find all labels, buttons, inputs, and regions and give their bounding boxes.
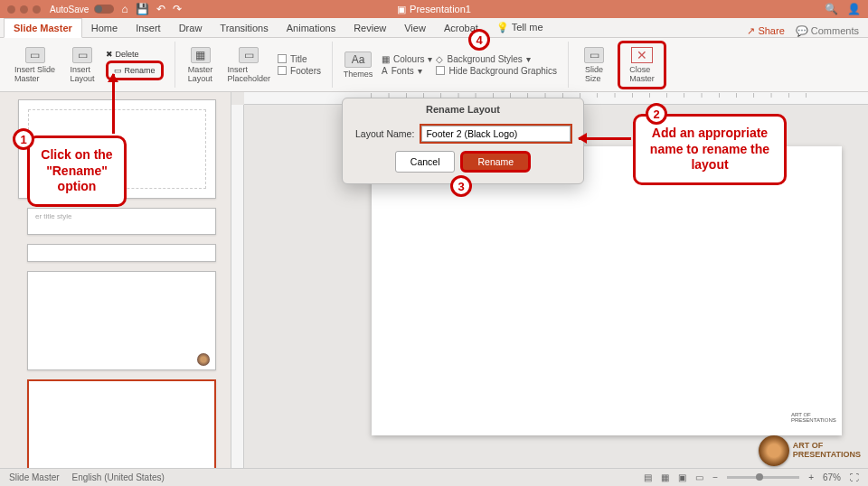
slide-size-button[interactable]: ▭Slide Size (574, 45, 614, 85)
annotation-callout-1: Click on the "Rename" option (27, 136, 127, 207)
zoom-out-icon[interactable]: − (712, 472, 718, 482)
undo-icon[interactable]: ↶ (156, 3, 165, 15)
view-reading-icon[interactable]: ▭ (695, 472, 703, 482)
layout-name-label: Layout Name: (355, 128, 414, 139)
slide-logo: ART OF PRESENTATIONS (789, 408, 829, 426)
autosave-label: AutoSave (50, 5, 89, 14)
insert-slide-master-button[interactable]: ▭Insert Slide Master (11, 45, 59, 85)
layout-name-input[interactable] (421, 126, 571, 142)
slide-canvas[interactable]: ART OF PRESENTATIONS (372, 146, 842, 435)
tab-draw[interactable]: Draw (170, 19, 212, 37)
zoom-level[interactable]: 67% (823, 472, 841, 482)
close-master-button[interactable]: ✕Close Master (622, 45, 662, 85)
dialog-title: Rename Layout (343, 98, 583, 117)
rename-confirm-button[interactable]: Rename (460, 151, 531, 173)
notes-button[interactable]: ▤ (644, 472, 652, 482)
ribbon: ▭Insert Slide Master ▭Insert Layout ✖ De… (0, 38, 868, 92)
title-bar: AutoSave ⌂ 💾 ↶ ↷ ▣ Presentation1 🔍 👤 (0, 0, 868, 18)
insert-layout-button[interactable]: ▭Insert Layout (62, 45, 102, 85)
tab-review[interactable]: Review (344, 19, 395, 37)
status-mode: Slide Master (9, 472, 60, 482)
annotation-badge-1: 1 (13, 128, 34, 150)
zoom-slider[interactable] (727, 476, 799, 479)
cancel-button[interactable]: Cancel (395, 151, 456, 173)
colours-dropdown[interactable]: ▦ Colours ▾ (382, 54, 432, 64)
vertical-ruler (231, 105, 244, 481)
annotation-arrow-2 (579, 137, 631, 140)
ribbon-tabs: Slide Master Home Insert Draw Transition… (0, 18, 868, 38)
redo-icon[interactable]: ↷ (173, 3, 182, 15)
app-icon: ▣ (397, 4, 406, 15)
thumbnail-layout-2[interactable] (27, 244, 216, 262)
tab-transitions[interactable]: Transitions (211, 19, 277, 37)
annotation-arrow-1 (112, 74, 115, 134)
tab-animations[interactable]: Animations (278, 19, 344, 37)
watermark-logo: ART OF PRESENTATIONS (759, 435, 861, 466)
tab-slide-master[interactable]: Slide Master (4, 18, 82, 38)
background-styles-dropdown[interactable]: ◇ Background Styles ▾ (436, 54, 557, 64)
hide-background-checkbox[interactable]: Hide Background Graphics (436, 66, 557, 76)
watermark-icon (759, 435, 789, 466)
thumbnail-layout-1[interactable]: er title style (27, 208, 216, 235)
annotation-badge-2: 2 (646, 103, 667, 125)
search-icon[interactable]: 🔍 (825, 3, 838, 15)
window-controls[interactable] (7, 5, 41, 14)
account-icon[interactable]: 👤 (847, 3, 861, 15)
tab-insert[interactable]: Insert (127, 19, 170, 37)
tab-view[interactable]: View (395, 19, 435, 37)
delete-button[interactable]: ✖ Delete (106, 50, 164, 59)
home-icon[interactable]: ⌂ (121, 3, 127, 15)
insert-placeholder-button[interactable]: ▭Insert Placeholder (224, 45, 275, 85)
status-language[interactable]: English (United States) (72, 472, 165, 482)
view-normal-icon[interactable]: ▦ (661, 472, 669, 482)
zoom-in-icon[interactable]: + (808, 472, 814, 482)
thumbnail-layout-3[interactable] (27, 271, 216, 370)
comments-button[interactable]: 💬 Comments (796, 25, 859, 37)
tell-me[interactable]: 💡 Tell me (487, 18, 552, 37)
rename-layout-dialog: Rename Layout Layout Name: Cancel Rename (342, 98, 584, 184)
themes-button[interactable]: AaThemes (338, 50, 378, 80)
save-icon[interactable]: 💾 (136, 3, 149, 15)
fit-to-window-icon[interactable]: ⛶ (850, 472, 859, 482)
footers-checkbox[interactable]: Footers (278, 66, 321, 76)
status-bar: Slide Master English (United States) ▤ ▦… (0, 468, 868, 486)
annotation-badge-3: 3 (450, 175, 472, 197)
fonts-dropdown[interactable]: A Fonts ▾ (382, 66, 432, 76)
annotation-badge-4: 4 (468, 29, 490, 51)
title-checkbox[interactable]: Title (278, 54, 321, 64)
thumbnail-layout-selected[interactable] (27, 379, 216, 468)
master-layout-button[interactable]: ▦Master Layout (181, 45, 221, 85)
share-button[interactable]: ↗ Share (747, 25, 784, 37)
view-sorter-icon[interactable]: ▣ (678, 472, 686, 482)
tab-home[interactable]: Home (82, 19, 127, 37)
autosave-toggle[interactable] (94, 5, 114, 14)
quick-access-toolbar[interactable]: ⌂ 💾 ↶ ↷ (121, 3, 181, 15)
